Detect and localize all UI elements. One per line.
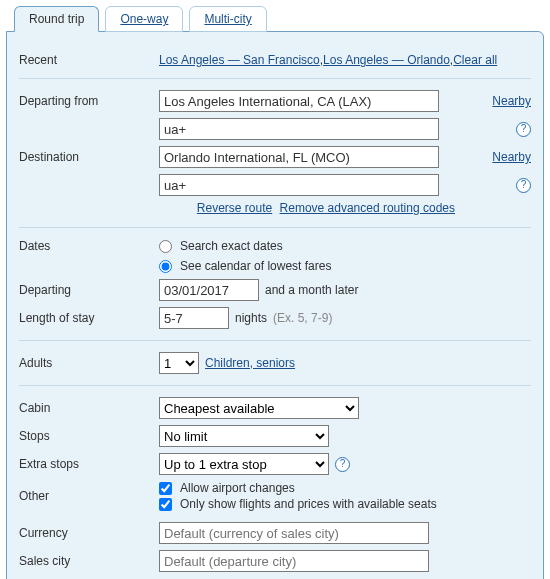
help-icon[interactable]: ? (516, 122, 531, 137)
sales-city-label: Sales city (19, 554, 159, 568)
cabin-label: Cabin (19, 401, 159, 415)
departing-from-label: Departing from (19, 94, 159, 108)
recent-clear-all[interactable]: Clear all (453, 53, 497, 67)
tab-one-way[interactable]: One-way (105, 6, 183, 32)
allow-airport-changes-label: Allow airport changes (180, 481, 295, 495)
only-available-seats-label: Only show flights and prices with availa… (180, 497, 437, 511)
stops-select[interactable]: No limit (159, 425, 329, 447)
allow-airport-changes-checkbox[interactable] (159, 482, 172, 495)
sales-city-input[interactable] (159, 550, 429, 572)
only-available-seats-checkbox[interactable] (159, 498, 172, 511)
adults-label: Adults (19, 356, 159, 370)
departing-date-input[interactable] (159, 279, 259, 301)
extra-stops-select[interactable]: Up to 1 extra stop (159, 453, 329, 475)
currency-input[interactable] (159, 522, 429, 544)
remove-routing-codes-link[interactable]: Remove advanced routing codes (280, 201, 455, 215)
search-exact-dates-label: Search exact dates (180, 239, 283, 253)
recent-label: Recent (19, 53, 159, 67)
stops-label: Stops (19, 429, 159, 443)
other-label: Other (19, 489, 159, 503)
see-calendar-label: See calendar of lowest fares (180, 259, 331, 273)
length-of-stay-input[interactable] (159, 307, 229, 329)
dates-label: Dates (19, 239, 159, 253)
destination-nearby-link[interactable]: Nearby (492, 150, 531, 164)
destination-label: Destination (19, 150, 159, 164)
see-calendar-radio[interactable] (159, 260, 172, 273)
extra-stops-label: Extra stops (19, 457, 159, 471)
departing-date-label: Departing (19, 283, 159, 297)
help-icon[interactable]: ? (516, 178, 531, 193)
search-exact-dates-radio[interactable] (159, 240, 172, 253)
children-seniors-link[interactable]: Children, seniors (205, 356, 295, 370)
adults-select[interactable]: 1 (159, 352, 199, 374)
tab-multi-city[interactable]: Multi-city (189, 6, 266, 32)
currency-label: Currency (19, 526, 159, 540)
recent-link-1[interactable]: Los Angeles — San Francisco (159, 53, 320, 67)
nights-text: nights (235, 311, 267, 325)
and-month-later-text: and a month later (265, 283, 358, 297)
tab-round-trip[interactable]: Round trip (14, 6, 99, 32)
help-icon[interactable]: ? (335, 457, 350, 472)
recent-link-2[interactable]: Los Angeles — Orlando (323, 53, 450, 67)
departing-nearby-link[interactable]: Nearby (492, 94, 531, 108)
search-panel: Recent Los Angeles — San Francisco, Los … (6, 31, 544, 579)
nights-example-text: (Ex. 5, 7-9) (273, 311, 332, 325)
destination-airport-input[interactable] (159, 146, 439, 168)
reverse-route-link[interactable]: Reverse route (197, 201, 272, 215)
destination-routing-code-input[interactable] (159, 174, 439, 196)
cabin-select[interactable]: Cheapest available (159, 397, 359, 419)
length-of-stay-label: Length of stay (19, 311, 159, 325)
departing-routing-code-input[interactable] (159, 118, 439, 140)
departing-airport-input[interactable] (159, 90, 439, 112)
